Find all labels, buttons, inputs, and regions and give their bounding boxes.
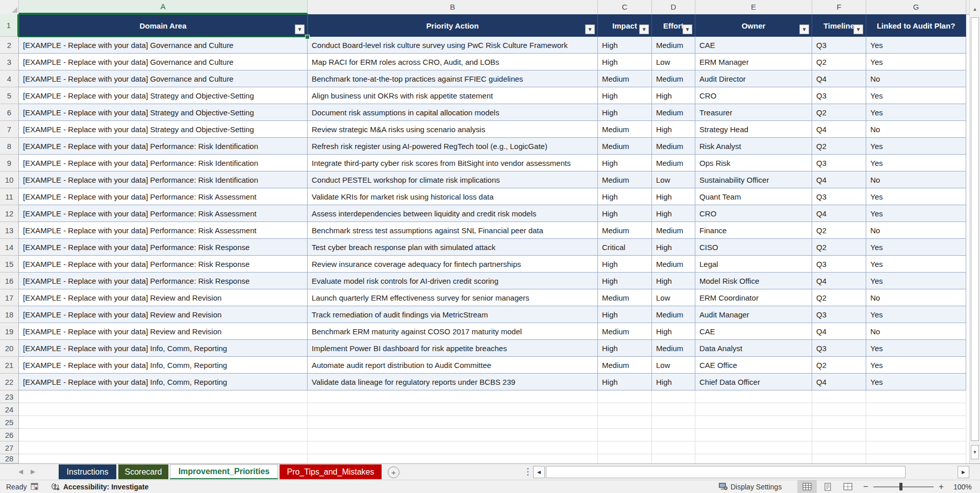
cell-G21[interactable]: Yes [866,357,966,374]
cell-E16[interactable]: Model Risk Office [695,273,812,289]
cell-B3[interactable]: Map RACI for ERM roles across CRO, Audit… [308,54,598,70]
cell-B15[interactable]: Review insurance coverage adequacy for f… [308,256,598,273]
accessibility-status-label[interactable]: Accessibility: Investigate [63,480,148,493]
cell-A14[interactable]: [EXAMPLE - Replace with your data] Perfo… [19,239,308,256]
cell-E13[interactable]: Finance [695,222,812,239]
cell-D2[interactable]: Medium [652,37,695,54]
row-header-21[interactable]: 21 [0,357,18,374]
row-header-18[interactable]: 18 [0,306,18,323]
cell-A18[interactable]: [EXAMPLE - Replace with your data] Revie… [19,306,308,323]
cell-F11[interactable]: Q3 [812,188,866,205]
cell-G5[interactable]: Yes [866,87,966,104]
table-header-domain-area[interactable]: Domain Area▼ [19,14,308,37]
cell-G3[interactable]: Yes [866,54,966,70]
cell-E14[interactable]: CISO [695,239,812,256]
cell-F3[interactable]: Q2 [812,54,866,70]
cell-B11[interactable]: Validate KRIs for market risk using hist… [308,188,598,205]
cell-G20[interactable]: Yes [866,340,966,357]
cell-A16[interactable]: [EXAMPLE - Replace with your data] Perfo… [19,273,308,289]
display-settings-icon[interactable] [718,480,728,493]
cell-G6[interactable]: Yes [866,104,966,121]
row-header-15[interactable]: 15 [0,256,18,273]
cell-C2[interactable]: High [598,37,652,54]
row-header-4[interactable]: 4 [0,70,18,87]
cell-B18[interactable]: Track remediation of audit findings via … [308,306,598,323]
cell-C11[interactable]: High [598,188,652,205]
column-header-C[interactable]: C [598,0,652,14]
zoom-in-button[interactable]: + [939,480,944,493]
filter-dropdown-icon[interactable]: ▼ [683,24,692,34]
cell-D8[interactable]: Medium [652,138,695,155]
row-header-20[interactable]: 20 [0,340,18,357]
cell-B14[interactable]: Test cyber breach response plan with sim… [308,239,598,256]
zoom-level-label[interactable]: 100% [953,480,972,493]
cell-G11[interactable]: Yes [866,188,966,205]
filter-dropdown-icon[interactable]: ▼ [585,24,595,34]
cell-G8[interactable]: Yes [866,138,966,155]
column-header-F[interactable]: F [812,0,866,14]
cell-E15[interactable]: Legal [695,256,812,273]
filter-dropdown-icon[interactable]: ▼ [639,24,649,34]
cell-D3[interactable]: Low [652,54,695,70]
cell-F16[interactable]: Q4 [812,273,866,289]
row-header-8[interactable]: 8 [0,138,18,155]
cell-C6[interactable]: High [598,104,652,121]
horizontal-scrollbar-thumb[interactable] [546,466,906,478]
cell-F4[interactable]: Q4 [812,70,866,87]
filter-dropdown-icon[interactable]: ▼ [799,24,809,34]
scroll-right-icon[interactable]: ▶ [958,466,969,478]
scroll-down-icon[interactable]: ▼ [971,445,979,459]
cell-F8[interactable]: Q2 [812,138,866,155]
table-header-timeline[interactable]: Timeline▼ [812,14,866,37]
cell-C3[interactable]: High [598,54,652,70]
cell-G16[interactable]: Yes [866,273,966,289]
cell-G13[interactable]: No [866,222,966,239]
vertical-scrollbar[interactable]: ▲ ▼ [969,0,980,463]
cell-B5[interactable]: Align business unit OKRs with risk appet… [308,87,598,104]
macro-record-icon[interactable] [31,480,39,493]
row-header-12[interactable]: 12 [0,205,18,222]
cell-D16[interactable]: High [652,273,695,289]
vertical-scrollbar-thumb[interactable] [971,17,979,441]
cell-C18[interactable]: High [598,306,652,323]
cell-F15[interactable]: Q3 [812,256,866,273]
cell-E8[interactable]: Risk Analyst [695,138,812,155]
cell-C15[interactable]: High [598,256,652,273]
display-settings-label[interactable]: Display Settings [731,480,782,493]
cell-E9[interactable]: Ops Risk [695,155,812,171]
cell-B19[interactable]: Benchmark ERM maturity against COSO 2017… [308,323,598,340]
cell-G2[interactable]: Yes [866,37,966,54]
cell-A12[interactable]: [EXAMPLE - Replace with your data] Perfo… [19,205,308,222]
row-header-23[interactable]: 23 [0,390,18,403]
zoom-slider-track[interactable] [873,486,934,487]
cell-E7[interactable]: Strategy Head [695,121,812,138]
cell-A7[interactable]: [EXAMPLE - Replace with your data] Strat… [19,121,308,138]
cell-C12[interactable]: High [598,205,652,222]
cell-C8[interactable]: Medium [598,138,652,155]
cell-D7[interactable]: High [652,121,695,138]
row-header-5[interactable]: 5 [0,87,18,104]
page-layout-view-button[interactable] [818,480,837,493]
cell-C4[interactable]: Medium [598,70,652,87]
cell-A4[interactable]: [EXAMPLE - Replace with your data] Gover… [19,70,308,87]
sheet-tab-pro_tips_and_mistakes[interactable]: Pro_Tips_and_Mistakes [280,464,382,479]
cell-B17[interactable]: Launch quarterly ERM effectiveness surve… [308,289,598,306]
cell-B21[interactable]: Automate audit report distribution to Au… [308,357,598,374]
cell-F5[interactable]: Q3 [812,87,866,104]
row-header-3[interactable]: 3 [0,54,18,70]
row-header-16[interactable]: 16 [0,273,18,289]
cell-E18[interactable]: Audit Manager [695,306,812,323]
cell-E11[interactable]: Quant Team [695,188,812,205]
cell-A6[interactable]: [EXAMPLE - Replace with your data] Strat… [19,104,308,121]
table-header-linked-to-audit-plan-[interactable]: Linked to Audit Plan? [866,14,966,37]
cell-D19[interactable]: High [652,323,695,340]
cell-F20[interactable]: Q3 [812,340,866,357]
cell-F18[interactable]: Q3 [812,306,866,323]
scroll-left-icon[interactable]: ◀ [533,466,545,478]
cell-C7[interactable]: Medium [598,121,652,138]
cell-C21[interactable]: Medium [598,357,652,374]
cell-G7[interactable]: No [866,121,966,138]
table-header-impact[interactable]: Impact▼ [598,14,652,37]
cell-A10[interactable]: [EXAMPLE - Replace with your data] Perfo… [19,171,308,188]
cell-E21[interactable]: CAE Office [695,357,812,374]
